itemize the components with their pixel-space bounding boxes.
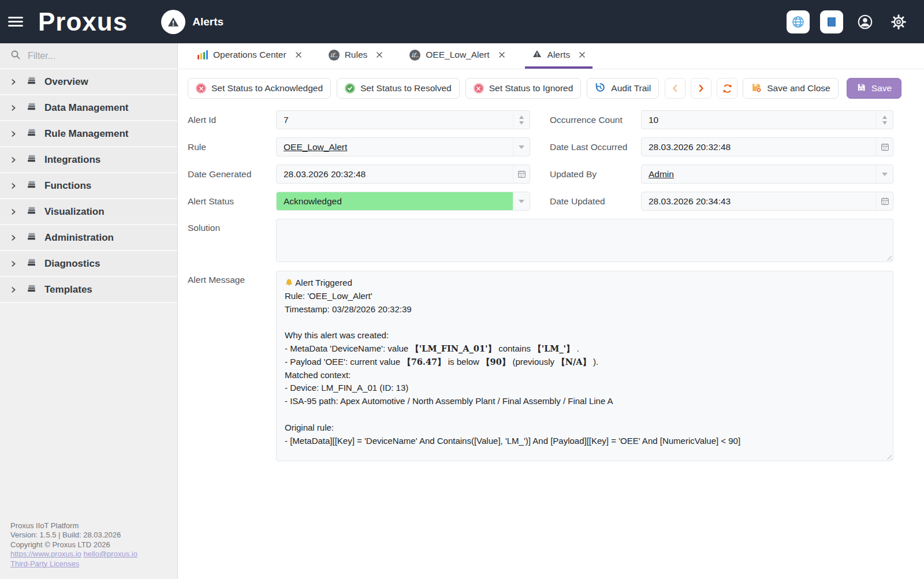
x-circle-icon <box>474 83 484 94</box>
spinner-up-icon[interactable] <box>519 115 524 119</box>
refresh-icon[interactable] <box>717 78 737 99</box>
sidebar-item-label: Data Management <box>44 102 128 114</box>
close-icon[interactable] <box>498 51 505 58</box>
rule-label: Rule <box>188 142 276 152</box>
calendar-icon[interactable] <box>876 192 893 210</box>
date-last-occurred-value: 28.03.2026 20:32:48 <box>642 138 876 156</box>
copyright: Copyright © Proxus LTD 2026 <box>10 540 167 550</box>
close-icon[interactable] <box>579 51 586 58</box>
stack-icon <box>27 76 36 88</box>
alert-id-field[interactable]: 7 <box>276 110 530 129</box>
alert-form: Alert Id 7 Occurrence Count 10 Rule <box>178 102 924 470</box>
sidebar-item-data-management[interactable]: Data Management <box>0 95 177 121</box>
page-badge: Alerts <box>161 10 223 34</box>
audit-trail-button[interactable]: Audit Trail <box>587 78 659 99</box>
dropdown-toggle[interactable] <box>876 165 893 183</box>
sidebar-nav: Overview Data Management Rule Management… <box>0 69 177 303</box>
updated-by-select[interactable]: Admin <box>641 165 893 184</box>
stack-icon <box>27 257 36 270</box>
tab-label: OEE_Low_Alert <box>426 50 489 60</box>
filter-input[interactable] <box>28 51 143 61</box>
tab-bar: Operations Center if.. Rules if.. OEE_Lo… <box>178 43 924 69</box>
licenses-link[interactable]: Third-Party Licenses <box>10 559 79 568</box>
tab-label: Rules <box>345 50 368 60</box>
number-spinner[interactable] <box>876 111 893 129</box>
email-link[interactable]: hello@proxus.io <box>83 550 137 558</box>
sidebar-footer: Proxus IIoT Platform Version: 1.5.5 | Bu… <box>0 513 177 579</box>
sidebar-item-administration[interactable]: Administration <box>0 225 177 251</box>
number-spinner[interactable] <box>513 111 530 129</box>
user-icon[interactable] <box>854 10 877 33</box>
rule-select[interactable]: OEE_Low_Alert <box>276 137 530 156</box>
updated-by-value-link[interactable]: Admin <box>642 165 876 183</box>
sidebar-item-label: Diagnostics <box>44 258 100 270</box>
set-status-ignored-button[interactable]: Set Status to Ignored <box>465 78 582 99</box>
set-status-acknowledged-button[interactable]: Set Status to Acknowledged <box>188 78 331 99</box>
book-icon[interactable] <box>820 10 843 33</box>
platform-name: Proxus IIoT Platform <box>10 521 167 531</box>
sidebar-item-diagnostics[interactable]: Diagnostics <box>0 251 177 277</box>
date-updated-label: Date Updated <box>550 196 641 207</box>
alert-status-label: Alert Status <box>188 196 276 207</box>
spinner-down-icon[interactable] <box>519 121 524 125</box>
occurrence-count-field[interactable]: 10 <box>641 110 893 129</box>
stack-icon <box>27 231 36 244</box>
proxus-app: Proxus Alerts <box>0 0 924 579</box>
date-generated-field[interactable]: 28.03.2026 20:32:48 <box>276 165 530 184</box>
sidebar-item-label: Integrations <box>44 154 100 166</box>
calendar-icon[interactable] <box>513 165 530 183</box>
app-header: Proxus Alerts <box>0 0 924 43</box>
menu-icon[interactable] <box>8 16 25 28</box>
sidebar-item-label: Visualization <box>44 206 105 218</box>
spinner-down-icon[interactable] <box>882 121 887 125</box>
alert-id-label: Alert Id <box>188 115 276 125</box>
close-icon[interactable] <box>376 51 383 58</box>
record-tools: Save and Close Save <box>665 78 901 99</box>
tab-oee-low-alert[interactable]: if.. OEE_Low_Alert <box>403 43 512 69</box>
version-build: Version: 1.5.5 | Build: 28.03.2026 <box>10 531 167 540</box>
save-and-close-button[interactable]: Save and Close <box>743 78 838 99</box>
save-button[interactable]: Save <box>847 78 901 99</box>
solution-textarea[interactable] <box>276 219 893 262</box>
close-icon[interactable] <box>295 51 302 58</box>
tab-rules[interactable]: if.. Rules <box>322 43 390 69</box>
chevron-right-icon <box>8 260 18 268</box>
globe-icon[interactable] <box>787 10 810 33</box>
chevron-right-icon <box>8 208 18 216</box>
sidebar-item-visualization[interactable]: Visualization <box>0 199 177 225</box>
updated-by-label: Updated By <box>550 169 641 180</box>
spinner-up-icon[interactable] <box>882 115 887 119</box>
main-content: Operations Center if.. Rules if.. OEE_Lo… <box>178 43 924 579</box>
button-label: Set Status to Acknowledged <box>211 83 323 94</box>
stack-icon <box>27 154 36 166</box>
dropdown-toggle[interactable] <box>513 138 530 156</box>
solution-label: Solution <box>188 219 276 233</box>
alert-status-select[interactable]: Acknowledged <box>276 192 530 211</box>
chevron-right-icon <box>8 104 18 112</box>
chevron-down-icon <box>519 145 524 149</box>
rule-value-link[interactable]: OEE_Low_Alert <box>277 138 513 156</box>
date-last-occurred-field[interactable]: 28.03.2026 20:32:48 <box>641 137 893 156</box>
sidebar-item-overview[interactable]: Overview <box>0 69 177 95</box>
next-record-button[interactable] <box>691 78 711 99</box>
occurrence-count-label: Occurrence Count <box>550 115 641 125</box>
gear-icon[interactable] <box>887 10 910 33</box>
previous-record-button[interactable] <box>665 78 685 99</box>
set-status-resolved-button[interactable]: Set Status to Resolved <box>337 78 460 99</box>
calendar-icon[interactable] <box>876 138 893 156</box>
alert-toolbar: Set Status to Acknowledged Set Status to… <box>178 69 924 102</box>
website-link[interactable]: https://www.proxus.io <box>10 550 81 558</box>
tab-alerts[interactable]: Alerts <box>525 43 593 69</box>
tab-operations-center[interactable]: Operations Center <box>191 43 309 69</box>
sidebar-item-functions[interactable]: Functions <box>0 173 177 199</box>
sidebar-item-integrations[interactable]: Integrations <box>0 147 177 173</box>
dropdown-toggle[interactable] <box>513 192 530 210</box>
sidebar-item-rule-management[interactable]: Rule Management <box>0 121 177 147</box>
date-updated-field[interactable]: 28.03.2026 20:34:43 <box>641 192 893 211</box>
alert-badge-icon <box>161 10 185 34</box>
chevron-right-icon <box>8 182 18 190</box>
date-last-occurred-label: Date Last Occurred <box>550 142 641 152</box>
alert-message-textarea[interactable]: Alert Triggered Rule: 'OEE_Low_Alert' Ti… <box>276 271 893 461</box>
sidebar-item-templates[interactable]: Templates <box>0 277 177 303</box>
chevron-right-icon <box>8 156 18 164</box>
